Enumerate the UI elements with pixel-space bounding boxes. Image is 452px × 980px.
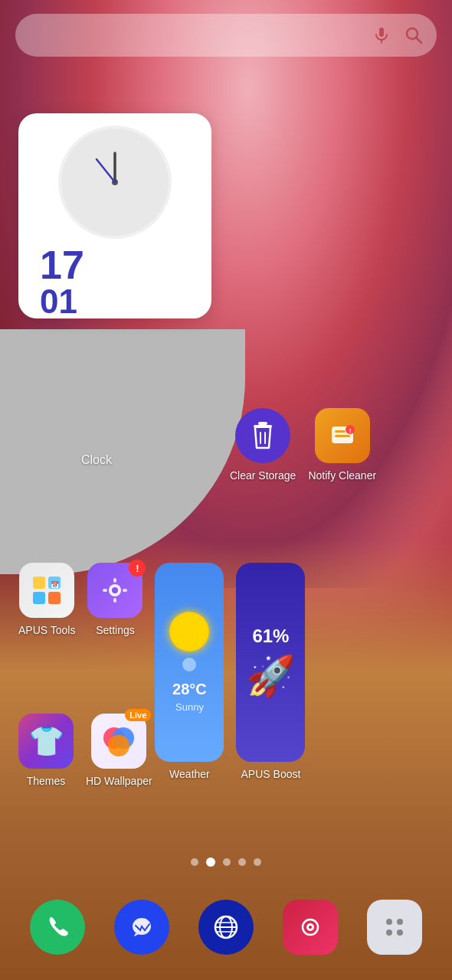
svg-point-41	[397, 919, 403, 925]
svg-point-23	[112, 587, 118, 593]
microphone-icon[interactable]	[371, 24, 392, 46]
page-dots	[191, 858, 261, 867]
search-icon[interactable]	[403, 24, 424, 46]
svg-rect-19	[33, 592, 45, 604]
hd-wallpaper-icon: Live	[91, 714, 146, 769]
weather-description: Sunny	[175, 701, 204, 713]
svg-point-42	[386, 929, 392, 936]
dock-messenger[interactable]	[114, 900, 169, 955]
clock-month: 01	[40, 285, 199, 318]
svg-point-43	[397, 929, 403, 936]
page-dot-3[interactable]	[238, 858, 246, 866]
app-row-3: 👕 Themes Live HD Wallpaper	[18, 714, 152, 787]
svg-rect-14	[335, 435, 350, 437]
svg-rect-20	[48, 592, 61, 604]
notify-cleaner-label: Notify Cleaner	[308, 469, 376, 482]
clear-storage-label: Clear Storage	[230, 469, 296, 482]
svg-point-39	[309, 926, 312, 929]
dock-opera[interactable]	[198, 900, 254, 955]
weather-temperature: 28°C	[172, 681, 207, 698]
svg-rect-24	[113, 578, 116, 583]
svg-rect-17	[33, 577, 45, 589]
page-dot-4[interactable]	[254, 858, 261, 866]
boost-percent: 61%	[252, 626, 289, 647]
weather-widget-app[interactable]: 28°C Sunny Weather	[155, 563, 224, 780]
themes-emoji: 👕	[28, 724, 64, 758]
screen: 17 01 Clock Clear Storage	[0, 0, 452, 980]
clear-storage-app[interactable]: Clear Storage	[230, 408, 296, 482]
clock-date: 17 01	[31, 245, 199, 318]
settings-label: Settings	[96, 624, 135, 636]
svg-rect-9	[258, 422, 267, 425]
clock-face	[58, 126, 172, 239]
svg-point-30	[108, 735, 129, 756]
hd-wallpaper-app[interactable]: Live HD Wallpaper	[86, 714, 152, 787]
settings-icon: !	[87, 563, 142, 618]
svg-rect-25	[113, 598, 116, 603]
dock-app-drawer[interactable]	[367, 900, 422, 955]
weather-sun-icon	[169, 612, 209, 652]
apus-tools-label: APUS Tools	[18, 624, 75, 636]
weather-widget: 28°C Sunny	[155, 563, 224, 762]
page-dot-2[interactable]	[223, 858, 231, 866]
dock-screen-recorder[interactable]	[283, 900, 338, 955]
weather-label: Weather	[169, 768, 210, 780]
svg-rect-27	[123, 589, 127, 592]
clock-label: Clock	[81, 453, 112, 467]
themes-label: Themes	[27, 775, 66, 787]
live-badge: Live	[125, 709, 151, 721]
notify-cleaner-app[interactable]: ! Notify Cleaner	[308, 408, 376, 482]
apus-boost-app[interactable]: 61% 🚀 APUS Boost	[236, 563, 305, 780]
dock	[15, 893, 437, 962]
svg-rect-13	[335, 430, 346, 433]
page-dot-0[interactable]	[191, 858, 198, 866]
clock-widget[interactable]: 17 01	[18, 113, 211, 318]
apus-boost-label: APUS Boost	[241, 768, 301, 780]
boost-rocket-icon: 🚀	[246, 653, 296, 700]
notify-cleaner-icon: !	[315, 408, 370, 463]
svg-rect-0	[379, 28, 384, 37]
themes-icon: 👕	[18, 714, 74, 769]
svg-rect-26	[103, 589, 107, 592]
page-dot-1[interactable]	[206, 858, 215, 867]
apus-tools-icon: 📅	[19, 563, 74, 618]
app-row-1: Clear Storage ! Notify Cleaner	[230, 408, 376, 482]
weather-cloud-icon	[182, 658, 196, 671]
svg-text:!: !	[349, 427, 351, 434]
svg-point-40	[386, 919, 392, 925]
clock-day: 17	[40, 245, 199, 285]
hd-wallpaper-label: HD Wallpaper	[86, 775, 152, 787]
settings-badge: !	[129, 560, 146, 577]
svg-text:📅: 📅	[51, 580, 60, 590]
themes-app[interactable]: 👕 Themes	[18, 714, 74, 787]
boost-widget: 61% 🚀	[236, 563, 305, 762]
svg-line-3	[417, 38, 422, 44]
clear-storage-icon	[235, 408, 290, 463]
svg-rect-8	[254, 425, 272, 428]
search-bar[interactable]	[15, 14, 437, 57]
dock-phone[interactable]	[30, 900, 85, 955]
